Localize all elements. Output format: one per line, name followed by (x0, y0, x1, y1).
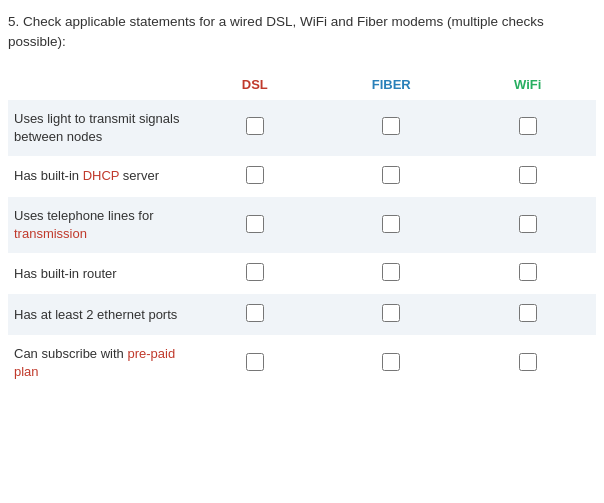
checkbox-dsl-row-prepaid[interactable] (246, 353, 264, 371)
table-row: Has built-in DHCP server (8, 156, 596, 197)
checkbox-fiber-row-light[interactable] (382, 117, 400, 135)
check-cell-fiber-row-telephone (323, 197, 460, 253)
row-label-row-ethernet: Has at least 2 ethernet ports (8, 294, 187, 335)
table-row: Has built-in router (8, 253, 596, 294)
check-cell-dsl-row-ethernet (187, 294, 324, 335)
checkbox-fiber-row-dhcp[interactable] (382, 166, 400, 184)
question-text: 5. Check applicable statements for a wir… (8, 12, 596, 53)
check-cell-fiber-row-ethernet (323, 294, 460, 335)
check-cell-dsl-row-telephone (187, 197, 324, 253)
checkbox-dsl-row-router[interactable] (246, 263, 264, 281)
table-row: Can subscribe with pre-paid plan (8, 335, 596, 391)
table-row: Has at least 2 ethernet ports (8, 294, 596, 335)
check-cell-wifi-row-prepaid (460, 335, 597, 391)
question-number: 5. (8, 14, 19, 29)
col-header-wifi: WiFi (460, 69, 597, 100)
col-header-fiber: FIBER (323, 69, 460, 100)
row-label-row-light: Uses light to transmit signals between n… (8, 100, 187, 156)
check-table: DSL FIBER WiFi Uses light to transmit si… (8, 69, 596, 392)
check-cell-fiber-row-dhcp (323, 156, 460, 197)
checkbox-wifi-row-prepaid[interactable] (519, 353, 537, 371)
table-row: Uses light to transmit signals between n… (8, 100, 596, 156)
check-cell-wifi-row-light (460, 100, 597, 156)
checkbox-wifi-row-dhcp[interactable] (519, 166, 537, 184)
checkbox-wifi-row-router[interactable] (519, 263, 537, 281)
check-cell-wifi-row-telephone (460, 197, 597, 253)
checkbox-wifi-row-telephone[interactable] (519, 215, 537, 233)
row-label-row-dhcp: Has built-in DHCP server (8, 156, 187, 197)
row-label-row-router: Has built-in router (8, 253, 187, 294)
col-header-dsl: DSL (187, 69, 324, 100)
check-cell-wifi-row-dhcp (460, 156, 597, 197)
checkbox-fiber-row-router[interactable] (382, 263, 400, 281)
check-cell-wifi-row-ethernet (460, 294, 597, 335)
check-cell-dsl-row-prepaid (187, 335, 324, 391)
row-label-row-prepaid: Can subscribe with pre-paid plan (8, 335, 187, 391)
table-row: Uses telephone lines for transmission (8, 197, 596, 253)
checkbox-fiber-row-ethernet[interactable] (382, 304, 400, 322)
checkbox-wifi-row-light[interactable] (519, 117, 537, 135)
checkbox-dsl-row-telephone[interactable] (246, 215, 264, 233)
table-wrapper: DSL FIBER WiFi Uses light to transmit si… (8, 69, 596, 392)
check-cell-fiber-row-light (323, 100, 460, 156)
check-cell-fiber-row-router (323, 253, 460, 294)
checkbox-fiber-row-telephone[interactable] (382, 215, 400, 233)
check-cell-dsl-row-light (187, 100, 324, 156)
check-cell-dsl-row-dhcp (187, 156, 324, 197)
check-cell-wifi-row-router (460, 253, 597, 294)
row-label-row-telephone: Uses telephone lines for transmission (8, 197, 187, 253)
checkbox-dsl-row-light[interactable] (246, 117, 264, 135)
col-header-label (8, 69, 187, 100)
checkbox-dsl-row-dhcp[interactable] (246, 166, 264, 184)
check-cell-fiber-row-prepaid (323, 335, 460, 391)
checkbox-wifi-row-ethernet[interactable] (519, 304, 537, 322)
question-body: Check applicable statements for a wired … (8, 14, 544, 49)
check-cell-dsl-row-router (187, 253, 324, 294)
checkbox-fiber-row-prepaid[interactable] (382, 353, 400, 371)
checkbox-dsl-row-ethernet[interactable] (246, 304, 264, 322)
